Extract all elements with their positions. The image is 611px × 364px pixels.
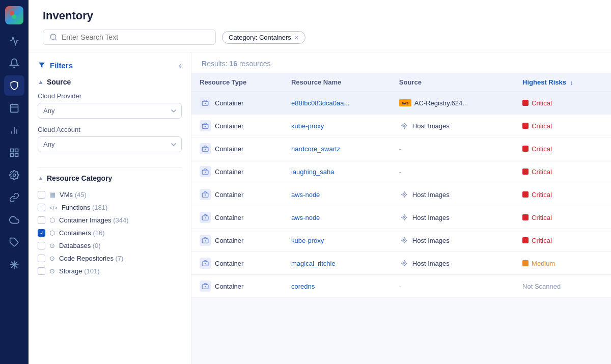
resource-category-chevron-icon: ▲ [38,175,44,182]
table-body: Container e88fbc083dca0aa... aws AC-Regi… [191,92,611,298]
risk-label: Critical [532,237,552,244]
sidebar-item-alerts[interactable] [4,53,24,73]
table-row[interactable]: Container kube-proxy Host Images Critica… [191,115,611,137]
sidebar [0,0,29,364]
inventory-table: Resource Type Resource Name Source Highe… [191,73,611,298]
search-input-wrap[interactable] [43,30,216,45]
table-row[interactable]: Container hardcore_swartz-Critical [191,137,611,160]
svg-point-30 [404,128,404,128]
svg-point-20 [50,34,56,40]
sidebar-item-link[interactable] [4,187,24,208]
critical-risk-icon [522,146,529,152]
sidebar-item-activity[interactable] [4,31,24,51]
source-section-header[interactable]: ▲ Source [38,78,182,86]
category-checkbox-container-images[interactable] [38,216,45,224]
filters-panel: Filters ‹ ▲ Source Cloud Provider Any Cl… [29,52,191,364]
critical-risk-icon [522,237,529,243]
cell-resource-name: magical_ritchie [283,252,391,275]
category-item-containers[interactable]: ⬡ Containers (16) [38,227,182,239]
svg-rect-11 [15,149,18,152]
table-row[interactable]: Container magical_ritchie Host Images Me… [191,252,611,275]
table-header: Resource Type Resource Name Source Highe… [191,73,611,92]
sidebar-item-grid[interactable] [4,143,24,163]
svg-point-77 [401,263,402,263]
search-icon [49,33,58,41]
table-row[interactable]: Container kube-proxy Host Images Critica… [191,229,611,252]
category-item-container-images[interactable]: ⬡ Container Images (344) [38,214,182,227]
svg-point-14 [13,174,16,177]
resource-type-label: Container [215,99,243,107]
table-row[interactable]: Container aws-node Host Images Critical [191,206,611,229]
category-checkbox-containers[interactable] [38,229,45,237]
sidebar-item-chart[interactable] [4,120,24,141]
category-checkbox-code-repos[interactable] [38,255,45,262]
cell-resource-type: Container [191,183,283,206]
svg-point-67 [401,240,402,240]
filter-tag-close-icon[interactable]: × [294,34,299,41]
cell-source: Host Images [391,115,514,137]
resource-category-header[interactable]: ▲ Resource Category [38,174,182,182]
cell-risk: Medium [514,252,611,275]
app-logo [5,6,23,24]
container-images-icon: ⬡ [49,216,55,224]
category-checkbox-vms[interactable] [38,191,45,199]
svg-point-78 [406,263,407,263]
risk-label: Critical [532,99,552,107]
category-checkbox-storage[interactable] [38,267,45,275]
filter-tag-containers[interactable]: Category: Containers × [222,31,306,44]
svg-rect-10 [11,149,14,152]
source-label: Host Images [412,122,450,130]
svg-point-58 [406,217,407,217]
svg-rect-12 [15,154,18,157]
table-row[interactable]: Container laughing_saha-Critical [191,160,611,183]
filters-collapse-button[interactable]: ‹ [179,61,182,70]
cloud-account-select[interactable]: Any [38,136,182,152]
sidebar-item-shield[interactable] [4,75,24,96]
host-images-icon [399,121,409,131]
cell-risk: Critical [514,92,611,115]
svg-rect-13 [11,154,14,157]
svg-rect-3 [11,104,18,112]
sidebar-item-calendar[interactable] [4,98,24,118]
host-images-icon [399,258,409,268]
container-type-icon [200,258,211,269]
cell-risk: Critical [514,206,611,229]
sort-arrow-icon: ↓ [570,79,573,86]
svg-point-45 [404,192,404,192]
category-item-functions[interactable]: </> Functions (181) [38,201,182,214]
resource-type-label: Container [215,237,243,244]
results-text: Results: 16 resources [202,60,270,68]
cloud-provider-select[interactable]: Any [38,103,182,119]
container-type-icon [200,212,211,223]
divider [38,167,182,168]
cell-risk: Not Scanned [514,275,611,298]
category-container-images-label: Container Images (344) [59,216,129,224]
sidebar-item-gear[interactable] [4,165,24,185]
category-checkbox-databases[interactable] [38,242,45,249]
risk-label: Medium [532,260,555,267]
col-highest-risks[interactable]: Highest Risks ↓ [514,73,611,92]
col-resource-name: Resource Name [283,73,391,92]
category-item-databases[interactable]: ⊙ Databases (0) [38,239,182,252]
critical-risk-icon [522,123,529,129]
results-bar: Results: 16 resources [191,52,611,73]
category-item-vms[interactable]: ▦ VMs (45) [38,188,182,201]
cell-resource-name: laughing_saha [283,160,391,183]
table-row[interactable]: Container aws-node Host Images Critical [191,183,611,206]
category-item-code-repos[interactable]: ⊙ Code Repositories (7) [38,252,182,265]
svg-point-57 [401,217,402,217]
sidebar-item-cloud[interactable] [4,210,24,230]
sidebar-item-asterisk[interactable] [4,255,24,275]
container-type-icon [200,97,211,108]
resource-category-label: Resource Category [47,174,112,182]
filters-header: Filters ‹ [38,61,182,70]
filter-tag-label: Category: Containers [229,34,291,41]
table-row[interactable]: Container e88fbc083dca0aa... aws AC-Regi… [191,92,611,115]
table-row[interactable]: Container coredns-Not Scanned [191,275,611,298]
category-checkbox-functions[interactable] [38,204,45,211]
search-input[interactable] [62,33,209,41]
svg-point-47 [401,194,402,194]
sidebar-item-tag[interactable] [4,232,24,253]
critical-risk-icon [522,191,529,198]
category-item-storage[interactable]: ⊙ Storage (101) [38,265,182,277]
